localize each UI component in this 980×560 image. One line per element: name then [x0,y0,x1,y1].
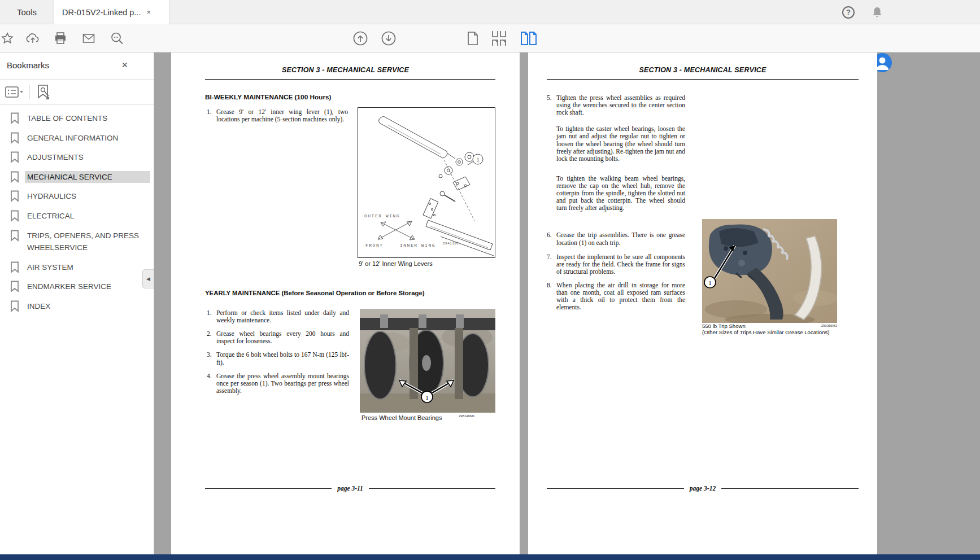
bookmark-icon [10,190,19,202]
figure-caption-line2: (Other Sizes of Trips Have Similar Greas… [702,329,830,335]
figure-trip-photo: 1 [702,219,837,323]
single-page-view-icon[interactable] [465,30,480,46]
list-item: 4. Grease the press wheel assembly mount… [207,373,349,395]
cloud-upload-icon[interactable] [25,31,40,46]
bookmarks-title: Bookmarks [7,60,49,70]
two-page-view-icon[interactable] [520,30,538,46]
bookmark-icon [10,281,19,292]
search-icon[interactable] [110,30,125,46]
balloon-1: 1 [476,158,479,163]
label-inner-wing: INNER WING [400,243,435,248]
figure-part-number: 294110C [443,242,459,246]
tab-document[interactable]: DR-015V2-Linked p... × [54,0,169,24]
bookmark-icon [10,132,19,144]
bookmark-item-endmarker-service[interactable]: ENDMARKER SERVICE [10,281,150,293]
page-header: SECTION 3 - MECHANICAL SERVICE [171,66,520,74]
bookmark-icon [10,112,19,124]
bell-icon[interactable] [870,6,884,19]
document-page-right: SECTION 3 - MECHANICAL SERVICE 5. Tighte… [528,53,877,554]
bookmark-icon [10,151,19,163]
bookmark-icon [10,261,19,273]
print-icon[interactable] [53,31,68,46]
page-footer: page 3-11 [337,485,363,492]
bookmark-item-electrical[interactable]: ELECTRICAL [10,210,150,222]
bookmark-icon [10,171,19,183]
document-page-left: SECTION 3 - MECHANICAL SERVICE BI-WEEKLY… [171,53,520,554]
bookmark-item-adjustments[interactable]: ADJUSTMENTS [10,151,150,164]
balloon-1: 1 [425,394,429,401]
figure-inner-wing-levers: 1 OUTER WING FRONT INNER WING 294110C [358,107,495,258]
list-item: 6. Grease the trip assemblies. There is … [547,231,685,246]
bookmark-item-index[interactable]: INDEX [10,300,150,313]
balloon-1: 1 [708,279,712,286]
close-icon[interactable]: × [146,8,151,16]
taskbar-strip [0,554,980,560]
page-down-icon[interactable] [381,30,397,46]
tab-bar: Tools DR-015V2-Linked p... × ? [0,0,980,24]
bookmark-item-table-of-contents[interactable]: TABLE OF CONTENTS [10,112,150,125]
label-front: FRONT [365,243,384,248]
yearly-heading: YEARLY MAINTENANCE (Before Seasonal Oper… [205,290,425,296]
bookmark-item-trips-openers-press-wheel[interactable]: TRIPS, OPENERS, AND PRESS WHEELSERVICE [10,230,150,254]
figure-caption-line1: 550 lb Trip Shown [702,323,746,329]
bookmark-item-hydraulics[interactable]: HYDRAULICS [10,190,150,203]
bookmark-icon [10,210,19,222]
email-icon[interactable] [81,31,96,46]
list-item: 7. Inspect the implement to be sure all … [547,253,685,275]
figure-press-wheel-photo: 1 [360,309,495,413]
bookmark-item-general-information[interactable]: GENERAL INFORMATION [10,132,150,145]
toolbar-separator [29,85,30,99]
bookmarks-list: TABLE OF CONTENTS GENERAL INFORMATION AD… [10,112,150,313]
star-icon[interactable] [1,32,14,45]
list-item: 1. Grease 9' or 12' inner wing lever (1)… [207,108,348,123]
tab-document-title: DR-015V2-Linked p... [62,8,141,17]
page-footer: page 3-12 [690,485,716,492]
help-icon[interactable]: ? [842,6,855,19]
biweekly-heading: BI-WEEKLY MAINTENANCE (100 Hours) [205,93,332,101]
list-item: 5. Tighten the press wheel assemblies as… [547,94,685,116]
expand-bookmark-icon[interactable] [36,84,50,100]
page-header: SECTION 3 - MECHANICAL SERVICE [528,66,877,74]
bookmark-icon [10,230,19,242]
label-outer-wing: OUTER WING [364,213,400,218]
figure-caption: Press Wheel Mount Bearings [361,414,442,421]
list-item: 3. Torque the 6 bolt wheel bolts to 167 … [207,351,349,366]
list-item: 1. Perform or check items listed under d… [207,309,349,324]
bookmark-options-icon[interactable] [5,85,24,99]
list-item: To tighten the walking beam wheel bearin… [547,175,685,212]
bookmark-item-air-system[interactable]: AIR SYSTEM [10,261,150,274]
figure-caption: 9' or 12' Inner Wing Levers [359,260,433,267]
bookmark-item-mechanical-service[interactable]: MECHANICAL SERVICE [10,171,150,183]
bookmark-icon [10,300,19,312]
page-up-icon[interactable] [352,30,368,46]
list-item: 8. When placing the air drill in storage… [547,282,685,311]
list-item: 2. Grease wheel bearings every 200 hours… [207,330,349,345]
tab-tools[interactable]: Tools [0,0,54,24]
collapse-panel-button[interactable]: ◀ [142,269,154,288]
list-item: To tighten the caster wheel bearings, lo… [547,125,685,163]
scrolling-view-icon[interactable] [490,30,508,47]
figure-part-number: 299356M1 [792,324,837,327]
figure-part-number: 298140M1 [459,414,474,418]
bookmarks-panel: Bookmarks × TABLE OF CONTENTS GENERAL IN… [0,53,154,554]
close-icon[interactable]: × [121,59,128,71]
toolbar: / 232 [0,24,980,53]
